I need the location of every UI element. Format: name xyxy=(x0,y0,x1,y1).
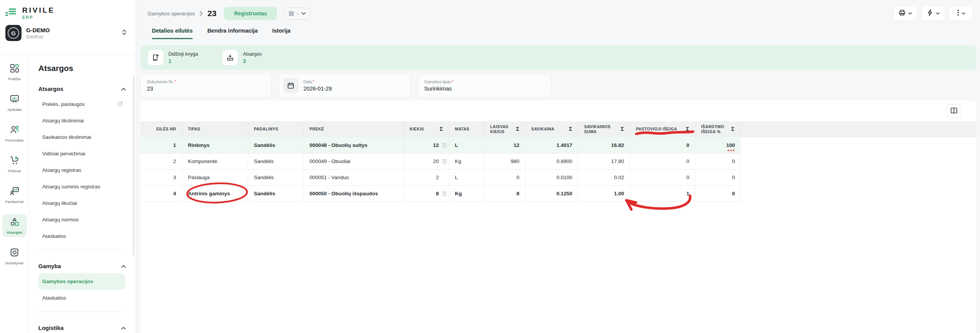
modified-dots-icon xyxy=(728,150,735,152)
menu-item-gamybos-operacijos[interactable]: Gamybos operacijos xyxy=(38,273,125,290)
column-settings-button[interactable] xyxy=(946,104,962,118)
divider xyxy=(38,312,120,312)
section-atsargos[interactable]: Atsargos xyxy=(38,85,128,92)
col-header-filler xyxy=(741,121,970,137)
col-header-pastovioji-iseiga[interactable]: PASTOVIOJI IŠEIGAΣ xyxy=(630,121,695,137)
row-menu-icon[interactable] xyxy=(442,159,447,163)
row-menu-icon[interactable] xyxy=(442,143,447,147)
stat-atsargos[interactable]: Atsargos 3 xyxy=(222,50,262,65)
rail-item-apskaita[interactable]: Apskaita xyxy=(2,91,27,114)
sidebar-scrollbar[interactable] xyxy=(133,75,135,256)
sum-icon[interactable]: Σ xyxy=(731,126,735,133)
breadcrumb-chevron-icon xyxy=(199,11,203,16)
col-header-preke[interactable]: PREKĖ xyxy=(304,121,404,137)
cart-icon xyxy=(10,155,20,167)
menu-item-atsargu-registras[interactable]: Atsargų registras xyxy=(38,162,128,178)
table-row[interactable]: 4 Antrinis gaminys Sandėlis 000050 - Obu… xyxy=(140,186,741,202)
rail-item-nustatymai[interactable]: Nustatymai xyxy=(2,245,27,268)
more-menu-button[interactable] xyxy=(949,6,973,21)
field-value: 2026-01-29 xyxy=(303,86,332,92)
col-header-laisvas-kiekis[interactable]: LAISVAS KIEKISΣ xyxy=(484,121,525,137)
field-value: 23 xyxy=(147,86,176,92)
menu-item-ataskaitos[interactable]: Ataskaitos xyxy=(38,228,128,244)
tab-istorija[interactable]: Istorija xyxy=(272,23,291,39)
col-header-savikainos-suma[interactable]: SAVIKAINOS SUMAΣ xyxy=(578,121,630,137)
rail-label: Personalas xyxy=(5,138,24,142)
col-header-eiles-nr[interactable]: EILĖS NR xyxy=(140,121,182,137)
tab-detalios-eilutes[interactable]: Detalios eilutės xyxy=(152,23,193,39)
rail-item-pardavimai[interactable]: Pardavimai xyxy=(2,183,27,206)
col-header-tipas[interactable]: TIPAS xyxy=(182,121,248,137)
sidebar: RIVILE ERP G G-DEMO Giedrius xyxy=(0,0,136,333)
menu-item-atsargu-likuciai[interactable]: Atsargų likučiai xyxy=(38,195,128,211)
rail-item-atsargos[interactable]: Atsargos xyxy=(2,214,27,237)
breadcrumb[interactable]: Gamybos operacijos xyxy=(148,11,195,16)
table-row[interactable]: 3 Paslauga Sandėlis 000051 - Vanduo 2 L … xyxy=(140,170,741,186)
date-field[interactable]: Data* 2026-01-29 xyxy=(278,74,411,97)
row-menu-icon[interactable] xyxy=(442,191,447,196)
calendar-icon[interactable] xyxy=(283,78,298,93)
brand-sub: ERP xyxy=(22,15,55,20)
menu-item-atsargu-tikslinimai[interactable]: Atsargų tikslinimai xyxy=(38,112,128,129)
sum-icon[interactable]: Σ xyxy=(621,126,624,133)
stat-didzioji-knyga[interactable]: Didžioji knyga 1 xyxy=(148,50,198,65)
stat-label: Didžioji knyga xyxy=(168,51,198,57)
logo-stripes-icon[interactable] xyxy=(5,8,17,18)
stat-value: 1 xyxy=(168,58,198,64)
production-type-field[interactable]: Gamybos tipas* Surinkimas xyxy=(418,74,551,97)
rail-label: Atsargos xyxy=(7,230,22,234)
required-mark: * xyxy=(452,79,453,84)
lines-card: EILĖS NR TIPAS PADALINYS PREKĖ KIEKISΣ M… xyxy=(140,101,976,333)
chevron-up-icon xyxy=(121,262,126,269)
status-variant-dropdown[interactable]: - xyxy=(284,8,311,20)
menu-item-atsargu-normos[interactable]: Atsargų normos xyxy=(38,211,128,228)
company-name: G-DEMO xyxy=(26,27,50,33)
sales-chart-icon xyxy=(10,186,20,198)
document-number: 23 xyxy=(208,9,216,18)
tabs: Detalios eilutės Bendra informacija Isto… xyxy=(140,23,976,39)
status-badge: Registruotas xyxy=(224,7,277,20)
menu-item-gamyba-ataskaitos[interactable]: Ataskaitos xyxy=(38,290,128,306)
shapes-icon xyxy=(10,217,20,228)
sum-icon[interactable]: Σ xyxy=(516,126,519,133)
inbox-icon xyxy=(222,50,238,65)
module-title: Atsargos xyxy=(38,64,128,73)
workspace-switcher[interactable]: G G-DEMO Giedrius xyxy=(5,25,130,41)
gear-icon xyxy=(10,247,20,259)
col-header-isardymo-iseiga[interactable]: IŠARDYMO IŠEIGA %Σ xyxy=(695,121,741,137)
menu-item-atsargu-suminis-registras[interactable]: Atsargų suminis registras xyxy=(38,178,128,195)
col-header-matas[interactable]: MATAS xyxy=(449,121,484,137)
sidebar-header: RIVILE ERP G G-DEMO Giedrius xyxy=(0,0,136,54)
sidebar-body: Pradžia Apskaita xyxy=(0,54,136,333)
col-header-kiekis[interactable]: KIEKISΣ xyxy=(404,121,449,137)
sum-icon[interactable]: Σ xyxy=(686,126,689,133)
table-header-row: EILĖS NR TIPAS PADALINYS PREKĖ KIEKISΣ M… xyxy=(140,121,976,137)
rail-item-pirkimai[interactable]: Pirkimai xyxy=(2,153,27,176)
actions-button[interactable] xyxy=(921,6,945,21)
document-number-field[interactable]: Dokumento Nr.* 23 xyxy=(140,74,272,97)
rail-item-pradzia[interactable]: Pradžia xyxy=(2,61,27,84)
required-mark: * xyxy=(313,79,314,84)
menu-item-vidiniai-pervezimai[interactable]: Vidiniai pervežimai xyxy=(38,145,128,162)
tab-bendra-informacija[interactable]: Bendra informacija xyxy=(207,23,257,39)
related-docs-banner: Didžioji knyga 1 Atsargos 3 xyxy=(140,45,976,70)
print-button[interactable] xyxy=(893,6,917,21)
sum-icon[interactable]: Σ xyxy=(569,126,572,133)
rail-item-personalas[interactable]: Personalas xyxy=(2,122,27,145)
table-row[interactable]: 1 Rinkinys Sandėlis 000048 - Obuolių sul… xyxy=(140,137,741,153)
nav-rail: Pradžia Apskaita xyxy=(0,54,29,333)
col-header-savikaina[interactable]: SAVIKAINAΣ xyxy=(525,121,578,137)
menu-item-savikainos-tikslinimai[interactable]: Savikainos tikslinimai xyxy=(38,129,128,145)
sum-icon[interactable]: Σ xyxy=(440,126,443,133)
col-header-padalinys[interactable]: PADALINYS xyxy=(248,121,304,137)
user-name: Giedrius xyxy=(26,34,50,40)
ledger-scroll-icon xyxy=(148,50,163,65)
main-content: Gamybos operacijos 23 Registruotas - xyxy=(136,0,980,333)
section-gamyba[interactable]: Gamyba xyxy=(38,262,128,269)
table-row[interactable]: 2 Komponentė Sandėlis 000049 - Obuoliai … xyxy=(140,153,741,170)
section-logistika[interactable]: Logistika xyxy=(38,324,128,331)
top-actions xyxy=(893,6,973,21)
menu-item-prekes-paslaugos[interactable]: Prekės, paslaugos xyxy=(38,96,128,112)
required-mark: * xyxy=(175,79,176,84)
app-root: RIVILE ERP G G-DEMO Giedrius xyxy=(0,0,980,333)
